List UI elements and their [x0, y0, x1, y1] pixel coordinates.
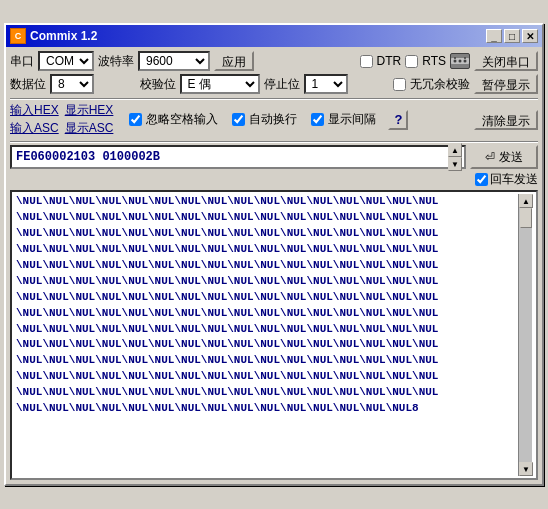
- window-body: 串口 COM1 波特率 9600 应用 DTR RTS: [6, 47, 542, 484]
- svg-point-5: [464, 57, 466, 59]
- window-title: Commix 1.2: [30, 29, 97, 43]
- pause-button[interactable]: 暂停显示: [474, 74, 538, 94]
- output-scroll-down[interactable]: ▼: [519, 462, 533, 476]
- output-line: \NUL\NUL\NUL\NUL\NUL\NUL\NUL\NUL\NUL\NUL…: [16, 385, 518, 401]
- display-hex-label: 显示HEX: [65, 102, 114, 119]
- output-line: \NUL\NUL\NUL\NUL\NUL\NUL\NUL\NUL\NUL\NUL…: [16, 322, 518, 338]
- data-bits-select[interactable]: 8: [50, 74, 94, 94]
- data-bits-row: 数据位 8 校验位 E 偶 停止位 1 无冗余校验 暂停显示: [10, 74, 538, 94]
- close-port-button[interactable]: 关闭串口: [474, 51, 538, 71]
- output-line: \NUL\NUL\NUL\NUL\NUL\NUL\NUL\NUL\NUL\NUL…: [16, 210, 518, 226]
- carriage-return-label: 回车发送: [490, 171, 538, 188]
- serial-port-icon: [450, 53, 470, 69]
- output-line: \NUL\NUL\NUL\NUL\NUL\NUL\NUL\NUL\NUL\NUL…: [16, 242, 518, 258]
- help-button[interactable]: ?: [388, 110, 408, 130]
- stop-bits-select[interactable]: 1: [304, 74, 348, 94]
- apply-button[interactable]: 应用: [214, 51, 254, 71]
- output-text: \NUL\NUL\NUL\NUL\NUL\NUL\NUL\NUL\NUL\NUL…: [16, 194, 518, 476]
- port-select[interactable]: COM1: [38, 51, 94, 71]
- no-redundancy-checkbox[interactable]: [393, 78, 406, 91]
- output-scroll-track[interactable]: [519, 208, 532, 462]
- main-window: C Commix 1.2 _ □ ✕ 串口 COM1 波特率 9600 应用 D…: [4, 23, 544, 486]
- input-scroll-down[interactable]: ▼: [448, 157, 462, 171]
- port-label: 串口: [10, 53, 34, 70]
- output-line: \NUL\NUL\NUL\NUL\NUL\NUL\NUL\NUL\NUL\NUL…: [16, 290, 518, 306]
- maximize-button[interactable]: □: [504, 29, 520, 43]
- svg-point-4: [454, 57, 456, 59]
- svg-point-2: [459, 60, 462, 63]
- send-section: ⏎ 发送 回车发送: [470, 145, 538, 188]
- output-line: \NUL\NUL\NUL\NUL\NUL\NUL\NUL\NUL\NUL\NUL…: [16, 258, 518, 274]
- no-redundancy-label: 无冗余校验: [410, 76, 470, 93]
- output-scroll-up[interactable]: ▲: [519, 194, 533, 208]
- output-area: \NUL\NUL\NUL\NUL\NUL\NUL\NUL\NUL\NUL\NUL…: [10, 190, 538, 480]
- svg-point-3: [464, 60, 467, 63]
- output-scrollbar: ▲ ▼: [518, 194, 532, 476]
- svg-point-1: [454, 60, 457, 63]
- output-line: \NUL\NUL\NUL\NUL\NUL\NUL\NUL\NUL\NUL\NUL…: [16, 306, 518, 322]
- output-line: \NUL\NUL\NUL\NUL\NUL\NUL\NUL\NUL\NUL\NUL…: [16, 353, 518, 369]
- baud-select[interactable]: 9600: [138, 51, 210, 71]
- output-line: \NUL\NUL\NUL\NUL\NUL\NUL\NUL\NUL\NUL\NUL…: [16, 337, 518, 353]
- input-with-scroll: ▲ ▼: [10, 145, 466, 169]
- rts-label: RTS: [422, 54, 446, 68]
- baud-label: 波特率: [98, 53, 134, 70]
- title-bar-text: C Commix 1.2: [10, 28, 97, 44]
- stop-bits-label: 停止位: [264, 76, 300, 93]
- parity-label: 校验位: [140, 76, 176, 93]
- send-button[interactable]: ⏎ 发送: [470, 145, 538, 169]
- ignore-space-checkbox[interactable]: [129, 113, 142, 126]
- rts-checkbox[interactable]: [405, 55, 418, 68]
- output-line: \NUL\NUL\NUL\NUL\NUL\NUL\NUL\NUL\NUL\NUL…: [16, 401, 518, 417]
- hex-input[interactable]: [14, 147, 448, 167]
- ignore-space-label: 忽略空格输入: [146, 111, 218, 128]
- display-asc-label: 显示ASC: [65, 120, 114, 137]
- clear-button[interactable]: 清除显示: [474, 110, 538, 130]
- show-interval-checkbox[interactable]: [311, 113, 324, 126]
- auto-wrap-checkbox[interactable]: [232, 113, 245, 126]
- output-line: \NUL\NUL\NUL\NUL\NUL\NUL\NUL\NUL\NUL\NUL…: [16, 274, 518, 290]
- port-baud-row: 串口 COM1 波特率 9600 应用 DTR RTS: [10, 51, 538, 71]
- input-scroll-buttons: ▲ ▼: [448, 143, 462, 171]
- app-icon: C: [10, 28, 26, 44]
- title-buttons: _ □ ✕: [486, 29, 538, 43]
- output-scroll-thumb[interactable]: [520, 208, 532, 228]
- output-line: \NUL\NUL\NUL\NUL\NUL\NUL\NUL\NUL\NUL\NUL…: [16, 226, 518, 242]
- close-window-button[interactable]: ✕: [522, 29, 538, 43]
- output-line: \NUL\NUL\NUL\NUL\NUL\NUL\NUL\NUL\NUL\NUL…: [16, 369, 518, 385]
- parity-select[interactable]: E 偶: [180, 74, 260, 94]
- show-interval-label: 显示间隔: [328, 111, 376, 128]
- carriage-return-row: 回车发送: [475, 171, 538, 188]
- send-button-label: ⏎ 发送: [485, 150, 522, 164]
- separator1: [10, 98, 538, 100]
- input-scroll-up[interactable]: ▲: [448, 143, 462, 157]
- auto-wrap-label: 自动换行: [249, 111, 297, 128]
- minimize-button[interactable]: _: [486, 29, 502, 43]
- input-box-wrapper: ▲ ▼: [10, 145, 466, 169]
- input-asc-label: 输入ASC: [10, 120, 59, 137]
- mode-row: 输入HEX 输入ASC 显示HEX 显示ASC 忽略空格输入 自动换行 显示间隔…: [10, 102, 538, 137]
- output-line: \NUL\NUL\NUL\NUL\NUL\NUL\NUL\NUL\NUL\NUL…: [16, 194, 518, 210]
- input-send-row: ▲ ▼ ⏎ 发送 回车发送: [10, 145, 538, 188]
- carriage-return-checkbox[interactable]: [475, 173, 488, 186]
- dtr-label: DTR: [377, 54, 402, 68]
- title-bar: C Commix 1.2 _ □ ✕: [6, 25, 542, 47]
- data-bits-label: 数据位: [10, 76, 46, 93]
- input-hex-label: 输入HEX: [10, 102, 59, 119]
- dtr-checkbox[interactable]: [360, 55, 373, 68]
